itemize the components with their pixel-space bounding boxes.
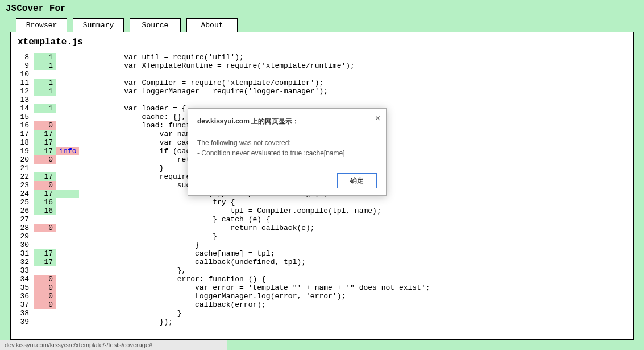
code-line: 2616 tpl = Compiler.compile(tpl, name);	[11, 207, 633, 215]
info-cell	[56, 79, 79, 87]
source-text: } catch (e) {	[79, 215, 271, 224]
coverage-count: 1	[34, 87, 56, 96]
info-cell	[56, 258, 79, 266]
code-line: 13	[11, 96, 633, 104]
code-line: 121 var LoggerManager = require('logger-…	[11, 87, 633, 96]
info-cell	[56, 121, 79, 130]
ok-button[interactable]: 确定	[337, 173, 377, 188]
source-text: }	[79, 232, 217, 241]
code-line: 2516 try {	[11, 198, 633, 207]
alert-dialog: × dev.kissyui.com 上的网页显示： The following …	[188, 108, 387, 196]
info-cell	[56, 113, 79, 121]
coverage-count: 17	[34, 249, 56, 258]
line-number: 30	[11, 241, 34, 249]
info-cell	[56, 87, 79, 96]
code-line: 370 callback(error);	[11, 300, 633, 309]
line-number: 21	[11, 164, 34, 172]
info-cell	[56, 292, 79, 300]
coverage-count: 1	[34, 61, 56, 70]
line-number: 16	[11, 121, 34, 130]
source-text: cache[name] = tpl;	[79, 249, 275, 258]
line-number: 38	[11, 309, 34, 318]
source-text: cache: {},	[79, 113, 186, 121]
source-text: LoggerManager.log(error, 'error');	[79, 292, 346, 300]
source-text: }	[79, 164, 164, 172]
line-number: 34	[11, 275, 34, 283]
coverage-count: 1	[34, 53, 56, 61]
app-title: JSCover For	[0, 0, 644, 18]
line-number: 27	[11, 215, 34, 224]
coverage-count: 17	[34, 190, 56, 198]
info-cell	[56, 164, 79, 172]
info-cell	[56, 181, 79, 190]
code-viewport[interactable]: 81 var util = require('util');91 var XTe…	[11, 53, 633, 339]
line-number: 31	[11, 249, 34, 258]
tab-bar: BrowserSummarySourceAbout	[0, 18, 644, 32]
line-number: 13	[11, 96, 34, 104]
coverage-count: 17	[34, 172, 56, 181]
close-icon[interactable]: ×	[375, 113, 380, 123]
info-cell	[56, 266, 79, 275]
source-text: try {	[79, 198, 235, 207]
coverage-count: 0	[34, 155, 56, 164]
line-number: 14	[11, 104, 34, 113]
tab-browser[interactable]: Browser	[16, 18, 67, 32]
info-link[interactable]: info	[56, 147, 79, 155]
info-cell: info	[56, 147, 79, 155]
info-cell	[56, 155, 79, 164]
source-text: callback(error);	[79, 300, 266, 309]
line-number: 12	[11, 87, 34, 96]
info-cell	[56, 130, 79, 138]
code-line: 30 }	[11, 241, 633, 249]
line-number: 17	[11, 130, 34, 138]
code-line: 111 var Compiler = require('xtemplate/co…	[11, 79, 633, 87]
info-cell	[56, 300, 79, 309]
source-text: tpl = Compiler.compile(tpl, name);	[79, 207, 381, 215]
info-cell	[56, 207, 79, 215]
line-number: 29	[11, 232, 34, 241]
line-number: 39	[11, 318, 34, 326]
line-number: 24	[11, 190, 34, 198]
info-cell	[56, 224, 79, 232]
coverage-count: 16	[34, 198, 56, 207]
info-cell	[56, 104, 79, 113]
line-number: 23	[11, 181, 34, 190]
info-cell	[56, 318, 79, 326]
file-name: xtemplate.js	[11, 32, 633, 50]
tab-source[interactable]: Source	[130, 18, 181, 32]
line-number: 9	[11, 61, 34, 70]
code-line: 29 }	[11, 232, 633, 241]
code-line: 340 error: function () {	[11, 275, 633, 283]
code-line: 280 return callback(e);	[11, 224, 633, 232]
line-number: 32	[11, 258, 34, 266]
line-number: 35	[11, 283, 34, 292]
coverage-count: 0	[34, 275, 56, 283]
code-line: 3117 cache[name] = tpl;	[11, 249, 633, 258]
coverage-count: 0	[34, 224, 56, 232]
line-number: 22	[11, 172, 34, 181]
source-text: var loader = {	[79, 104, 186, 113]
info-cell	[56, 232, 79, 241]
code-line: 10	[11, 70, 633, 79]
source-text: var XTemplateRuntime = require('xtemplat…	[79, 61, 355, 70]
source-text: });	[79, 318, 173, 326]
source-text: var Compiler = require('xtemplate/compil…	[79, 79, 323, 87]
coverage-count: 0	[34, 292, 56, 300]
line-number: 11	[11, 79, 34, 87]
coverage-count: 17	[34, 147, 56, 155]
dialog-body: The following was not covered: - Conditi…	[197, 138, 377, 158]
line-number: 37	[11, 300, 34, 309]
code-line: 81 var util = require('util');	[11, 53, 633, 61]
tab-about[interactable]: About	[186, 18, 238, 32]
coverage-count: 1	[34, 79, 56, 87]
code-line: 33 },	[11, 266, 633, 275]
info-cell	[56, 275, 79, 283]
line-number: 36	[11, 292, 34, 300]
info-cell	[56, 309, 79, 318]
coverage-count: 0	[34, 300, 56, 309]
code-line: 39 });	[11, 318, 633, 326]
line-number: 28	[11, 224, 34, 232]
info-cell	[56, 53, 79, 61]
info-cell	[56, 61, 79, 70]
tab-summary[interactable]: Summary	[73, 18, 124, 32]
